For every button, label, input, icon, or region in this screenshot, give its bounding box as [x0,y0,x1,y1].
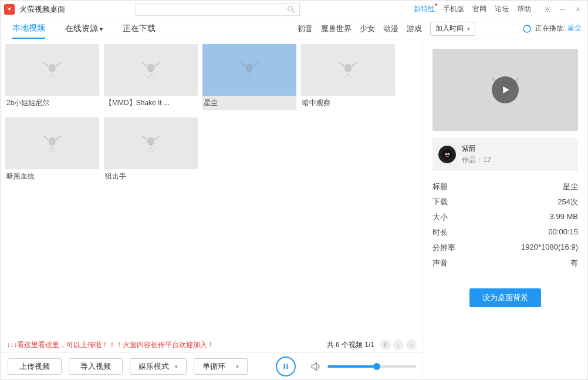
video-thumb[interactable] [5,44,99,96]
firefly-icon [336,58,360,82]
meta-row: 下载254次 [432,194,578,210]
app-title: 火萤视频桌面 [19,4,65,15]
sort-dropdown[interactable]: 加入时间 ▾ [430,22,475,36]
titlebar: 火萤视频桌面 新特性 手机版 官网 论坛 帮助 [1,1,587,18]
detail-meta: 标题星尘下载254次大小3.99 MB时长00:00:15分辨率1920*108… [432,179,578,271]
meta-key: 分辨率 [432,243,455,253]
meta-row: 分辨率1920*1080(16:9) [432,240,578,255]
video-title: 狙击手 [104,169,198,184]
page-prev-button[interactable]: ‹ [393,339,404,350]
author-works-count: 作品：12 [462,155,491,165]
avatar [438,146,456,163]
video-cell[interactable]: 2b小姐姐尼尔 [5,44,99,110]
link-new-features[interactable]: 新特性 [414,4,435,14]
import-video-button[interactable]: 导入视频 [69,358,123,375]
meta-key: 大小 [432,212,448,223]
search-icon[interactable] [286,5,296,14]
author-card[interactable]: 紫爵 作品：12 [432,138,578,171]
tab-local-video[interactable]: 本地视频 [12,19,45,39]
search-input[interactable] [140,5,286,14]
meta-key: 声音 [432,258,448,268]
promo-message[interactable]: ↓↓↓看这里看这里，可以上传啦！！！火萤内容创作平台欢迎加入！ [6,340,214,350]
video-grid: 2b小姐姐尼尔【MMD】Shake It ...星尘暗中观察暗黑血统狙击手 [1,39,423,337]
video-cell[interactable]: 暗中观察 [301,44,395,110]
video-cell[interactable]: 暗黑血统 [5,117,99,184]
volume-slider[interactable] [327,365,415,368]
nowplaying-icon [522,24,532,33]
link-forum[interactable]: 论坛 [495,4,509,14]
tab-downloading[interactable]: 正在下载 [123,19,156,38]
link-mobile[interactable]: 手机版 [443,4,464,14]
pause-button[interactable] [276,357,296,376]
chevron-down-icon: ▾ [236,364,239,369]
firefly-icon [139,58,163,82]
video-title: 星尘 [202,96,296,110]
video-title: 2b小姐姐尼尔 [5,96,99,110]
svg-rect-10 [287,364,288,369]
chevron-down-icon: ▾ [467,26,470,32]
chevron-down-icon: ▾ [175,364,178,369]
category-item[interactable]: 魔兽世界 [321,23,352,34]
meta-key: 标题 [432,181,448,192]
firefly-icon [40,132,64,155]
svg-line-3 [292,11,295,13]
play-icon [500,85,511,95]
detail-panel: 紫爵 作品：12 标题星尘下载254次大小3.99 MB时长00:00:15分辨… [423,39,587,379]
category-item[interactable]: 少女 [360,23,375,34]
gear-icon[interactable] [544,6,551,13]
meta-value: 254次 [557,197,578,207]
minimize-icon[interactable] [559,6,566,13]
chevron-down-icon: ▾ [100,26,103,32]
play-mode-dropdown[interactable]: 娱乐模式▾ [130,358,187,375]
now-playing: 正在播放: 星尘 [522,23,582,33]
firefly-icon [139,132,163,155]
now-playing-prefix: 正在播放: [535,23,565,33]
category-item[interactable]: 游戏 [407,23,422,34]
video-preview[interactable] [432,49,578,131]
tabbar: 本地视频 在线资源▾ 正在下载 初音 魔兽世界 少女 动漫 游戏 加入时间 ▾ … [1,18,587,39]
grid-footer: ↓↓↓看这里看这里，可以上传啦！！！火萤内容创作平台欢迎加入！ 共 6 个视频 … [1,337,423,352]
tab-online-label: 在线资源 [65,23,98,33]
svg-point-2 [288,6,293,11]
loop-mode-dropdown[interactable]: 单循环▾ [194,358,248,375]
link-help[interactable]: 帮助 [517,4,531,14]
link-official[interactable]: 官网 [472,4,486,14]
category-item[interactable]: 动漫 [383,23,398,34]
svg-point-4 [547,8,549,10]
meta-key: 时长 [432,227,448,238]
upload-video-button[interactable]: 上传视频 [8,358,62,375]
author-name: 紫爵 [462,144,491,154]
volume-knob[interactable] [373,363,380,370]
search-box[interactable] [136,3,300,16]
video-cell[interactable]: 【MMD】Shake It ... [104,44,198,110]
play-mode-label: 娱乐模式 [138,361,169,372]
play-button[interactable] [492,76,519,103]
sort-label: 加入时间 [435,23,464,33]
video-cell[interactable]: 星尘 [202,44,296,110]
video-thumb[interactable] [104,117,198,169]
set-wallpaper-button[interactable]: 设为桌面背景 [469,288,541,307]
category-item[interactable]: 初音 [298,23,313,34]
page-first-button[interactable]: K [380,339,391,350]
video-title: 【MMD】Shake It ... [104,96,198,110]
tab-online-resources[interactable]: 在线资源▾ [65,19,103,38]
svg-point-11 [442,150,452,160]
app-logo [4,4,15,15]
svg-rect-9 [284,364,285,369]
svg-point-15 [448,154,450,155]
now-playing-track[interactable]: 星尘 [567,23,582,33]
video-thumb[interactable] [301,44,395,96]
meta-value: 1920*1080(16:9) [521,243,578,253]
close-icon[interactable] [575,6,582,13]
meta-value: 00:00:15 [548,227,578,238]
video-thumb[interactable] [202,44,296,96]
video-thumb[interactable] [104,44,198,96]
category-list: 初音 魔兽世界 少女 动漫 游戏 [298,23,422,34]
meta-key: 下载 [432,197,448,207]
meta-value: 星尘 [563,181,578,192]
page-next-button[interactable]: › [406,339,417,350]
video-cell[interactable]: 狙击手 [104,117,198,184]
video-thumb[interactable] [5,117,99,169]
volume-icon[interactable] [310,361,322,372]
video-count: 共 6 个视频 1/1 [327,340,374,350]
